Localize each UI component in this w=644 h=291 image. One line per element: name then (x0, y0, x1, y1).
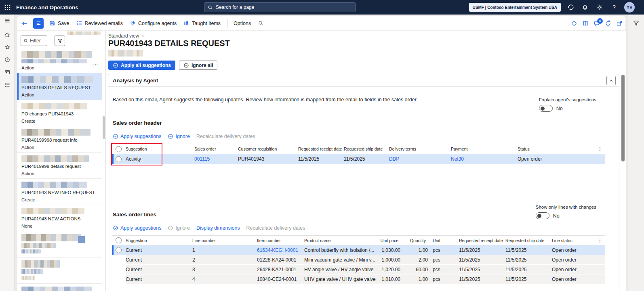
view-selector[interactable]: Standard view (108, 33, 145, 39)
delivery-terms-link[interactable]: DDP (389, 156, 399, 162)
email-status: None (21, 224, 98, 229)
redacted-text (108, 50, 143, 57)
lines-apply-suggestions-link[interactable]: Apply suggestions (113, 225, 161, 231)
list-scrollbar[interactable] (103, 116, 105, 139)
email-list-item[interactable]: PUR401943 NEW INFO REQUESTCreate (17, 179, 102, 205)
table-cell (594, 245, 605, 255)
row-radio[interactable] (116, 156, 122, 162)
main-scrollbar[interactable] (621, 75, 625, 161)
toolbar-search-icon[interactable] (258, 20, 264, 26)
table-cell: Open order (552, 255, 594, 264)
collapse-card-button[interactable] (606, 76, 616, 85)
filter-input[interactable]: Filter (21, 36, 47, 46)
lines-ignore-link[interactable]: Ignore (168, 225, 189, 231)
hamburger-menu-icon[interactable] (0, 17, 15, 24)
options-menu[interactable]: Options (234, 21, 251, 26)
column-header: Requested receipt date (459, 236, 505, 245)
display-dimensions-link[interactable]: Display dimensions (196, 225, 240, 231)
redacted-text (21, 269, 43, 274)
open-in-new-window-icon[interactable] (616, 20, 623, 27)
page-title: PUR401943 DETAILS REQUEST (108, 39, 230, 48)
column-header: Quantity (400, 236, 428, 245)
table-row[interactable]: Current410840-CE24-0001UHV gate valve / … (112, 274, 605, 284)
show-only-lines-toggle-block: Show only lines with changes No (536, 205, 596, 219)
apply-suggestions-link[interactable]: Apply suggestions (113, 134, 161, 139)
table-row[interactable]: Activity001115PUR40194311/5/202511/5/202… (112, 154, 605, 164)
configure-agents-button[interactable]: Configure agents (130, 20, 177, 26)
show-only-toggle[interactable] (536, 212, 549, 219)
favorites-star-icon[interactable] (0, 44, 15, 50)
table-cell: DDP (389, 154, 451, 164)
ignore-all-button[interactable]: Ignore all (179, 61, 217, 70)
recent-clock-icon[interactable] (0, 57, 15, 63)
recalculate-delivery-dates-link[interactable]: Recalculate delivery dates (196, 134, 255, 139)
ignore-link[interactable]: Ignore (168, 134, 189, 139)
email-list-item[interactable]: PUR401943 NEW ACTIONSNone (17, 205, 102, 231)
table-cell: 001115 (194, 154, 238, 164)
email-list-item[interactable]: PUR401943 DETAILS REQUESTAction (17, 73, 102, 100)
email-list-item[interactable] (17, 231, 102, 258)
table-cell: UHV gate valve / UHV gate valve (304, 274, 380, 284)
analysis-description: Based on this email, Agent suggests the … (113, 97, 418, 103)
email-list-item[interactable] (17, 258, 102, 284)
select-all-radio[interactable] (116, 237, 122, 243)
app-title: Finance and Operations (16, 4, 78, 10)
email-status: Action (21, 171, 98, 176)
column-header: Requested ship date (344, 144, 389, 154)
column-header: Unit (428, 236, 459, 245)
settings-gear-icon[interactable] (596, 3, 604, 11)
table-cell (114, 154, 126, 164)
table-cell: pcs (428, 265, 459, 274)
table-cell: 11/5/2025 (505, 265, 552, 274)
help-icon[interactable]: ? (610, 3, 618, 11)
row-radio[interactable] (116, 247, 122, 253)
column-options-icon[interactable] (597, 146, 603, 152)
avatar[interactable]: YV (624, 2, 635, 13)
refresh-icon[interactable] (605, 20, 611, 27)
column-header: Requested ship date (505, 236, 552, 245)
personalize-icon[interactable] (571, 20, 577, 27)
email-list-item[interactable] (17, 284, 102, 291)
back-button[interactable] (21, 20, 28, 27)
explain-toggle[interactable] (539, 105, 553, 112)
modules-list-icon[interactable] (0, 82, 15, 88)
notifications-bell-icon[interactable] (581, 3, 589, 11)
payment-link[interactable]: Net30 (451, 156, 464, 162)
filter-pane-icon[interactable] (631, 19, 640, 27)
email-list-item[interactable]: PO changes PUR401943Create (17, 100, 102, 126)
sales-order-link[interactable]: 001115 (194, 156, 210, 162)
reviewed-emails-button[interactable]: Reviewed emails (76, 20, 123, 26)
table-row[interactable]: Current201228-KA24-0001Mini vacuum gate … (112, 255, 605, 265)
column-header: Suggestion (126, 236, 192, 245)
sales-order-header-table: SuggestionSales orderCustomer requisitio… (112, 144, 605, 164)
search-input[interactable]: Search for a page (204, 2, 356, 12)
waffle-menu-icon[interactable] (0, 0, 15, 15)
item-number-link[interactable]: 61634-KEGH-0001 (257, 247, 298, 253)
show-list-button[interactable] (33, 18, 44, 29)
taught-items-button[interactable]: Taught items (183, 20, 221, 26)
table-cell: PUR401943 (238, 154, 298, 164)
select-all-radio[interactable] (116, 146, 122, 152)
table-row[interactable]: Current326428-KA21-0001HV angle valve / … (112, 265, 605, 274)
environment-selector[interactable]: USMF | Contoso Entertainment System USA (469, 3, 561, 12)
lines-recalculate-link[interactable]: Recalculate delivery dates (246, 225, 305, 231)
email-list-item[interactable]: PUR4019999 details requestAction (17, 153, 102, 179)
email-list-item[interactable]: PUR40199998 request infoAction (17, 126, 102, 153)
column-options-icon[interactable] (597, 238, 603, 243)
save-button[interactable]: Save (49, 20, 69, 26)
email-list-item[interactable]: ...Action (17, 48, 102, 73)
guide-book-icon[interactable] (582, 20, 589, 27)
table-cell: 1,000.00 (380, 255, 400, 264)
table-cell (112, 265, 126, 274)
workspaces-icon[interactable] (0, 69, 15, 75)
table-cell: Current (126, 265, 192, 274)
table-row[interactable]: Current161634-KEGH-0001Control butterfly… (112, 245, 605, 255)
redacted-text (21, 287, 92, 291)
list-filter-icon[interactable] (55, 36, 65, 46)
email-status: Action (21, 65, 98, 71)
home-icon[interactable] (0, 31, 15, 38)
copilot-icon[interactable] (567, 3, 575, 11)
apply-all-suggestions-button[interactable]: Apply all suggestions (108, 61, 175, 70)
table-cell: 1,030.00 (380, 245, 400, 255)
messages-icon[interactable]: 0 (593, 20, 600, 27)
